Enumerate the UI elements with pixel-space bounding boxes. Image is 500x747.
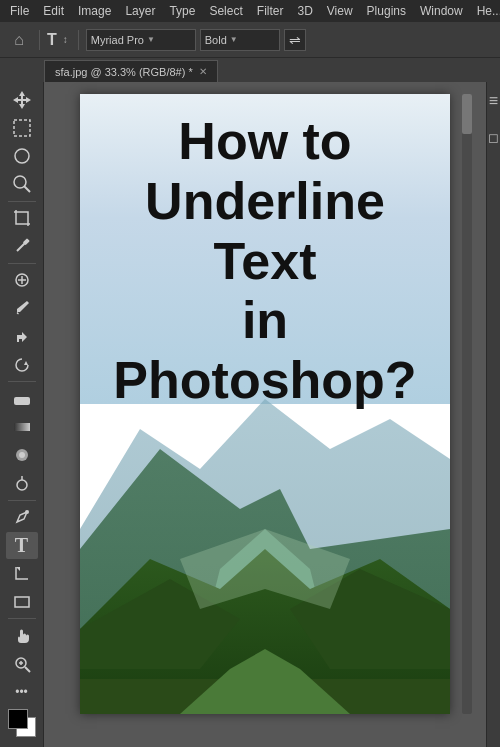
photoshop-canvas: How to Underline Text in Photoshop?	[80, 94, 450, 714]
canvas-text: How to Underline Text in Photoshop?	[80, 112, 450, 411]
healing-brush-tool[interactable]	[6, 267, 38, 294]
font-family-arrow: ▼	[147, 35, 155, 44]
canvas-scrollbar-thumb[interactable]	[462, 94, 472, 134]
brush-tool[interactable]	[6, 295, 38, 322]
svg-point-16	[25, 510, 29, 514]
tool-separator-3	[8, 381, 36, 382]
tab-close-button[interactable]: ✕	[199, 66, 207, 77]
blur-tool[interactable]	[6, 441, 38, 468]
font-style-dropdown[interactable]: Bold ▼	[200, 29, 280, 51]
rotate-text-button[interactable]: ⇌	[284, 29, 306, 51]
svg-point-2	[15, 149, 29, 163]
rectangle-tool[interactable]	[6, 588, 38, 615]
home-button[interactable]: ⌂	[6, 27, 32, 53]
zoom-tool[interactable]	[6, 650, 38, 677]
type-tool-icon: T	[15, 534, 28, 557]
quick-selection-tool[interactable]	[6, 170, 38, 197]
canvas-area: How to Underline Text in Photoshop?	[44, 82, 486, 747]
menu-plugins[interactable]: Plugins	[361, 2, 412, 20]
foreground-color-swatch[interactable]	[8, 709, 28, 729]
lasso-tool[interactable]	[6, 142, 38, 169]
menu-image[interactable]: Image	[72, 2, 117, 20]
svg-line-20	[25, 667, 30, 672]
tool-separator-1	[8, 201, 36, 202]
panel-expand-icon[interactable]: ≡	[487, 86, 501, 116]
dodge-tool[interactable]	[6, 470, 38, 497]
divider2	[78, 30, 79, 50]
font-style-value: Bold	[205, 34, 227, 46]
text-tool-options-icon: T	[47, 31, 57, 49]
svg-point-14	[17, 480, 27, 490]
tool-separator-2	[8, 263, 36, 264]
path-selection-tool[interactable]	[6, 560, 38, 587]
color-swatches	[4, 707, 40, 738]
document-tab[interactable]: sfa.jpg @ 33.3% (RGB/8#) * ✕	[44, 60, 218, 82]
menu-window[interactable]: Window	[414, 2, 469, 20]
canvas-scrollbar[interactable]	[462, 94, 472, 714]
pen-tool[interactable]	[6, 504, 38, 531]
menu-filter[interactable]: Filter	[251, 2, 290, 20]
right-icons-panel: ≡ ◻	[486, 82, 500, 747]
menu-layer[interactable]: Layer	[119, 2, 161, 20]
svg-rect-18	[15, 597, 29, 607]
menu-file[interactable]: File	[4, 2, 35, 20]
type-tool[interactable]: T	[6, 532, 38, 559]
gradient-tool[interactable]	[6, 413, 38, 440]
panel-icon-2[interactable]: ◻	[487, 122, 501, 152]
menu-select[interactable]: Select	[203, 2, 248, 20]
text-orientation-icon[interactable]: ↕	[63, 34, 68, 45]
menu-view[interactable]: View	[321, 2, 359, 20]
tool-separator-4	[8, 500, 36, 501]
svg-rect-11	[14, 423, 30, 431]
menu-edit[interactable]: Edit	[37, 2, 70, 20]
font-style-arrow: ▼	[230, 35, 238, 44]
title-line-3: in Photoshop?	[100, 291, 430, 411]
menu-type[interactable]: Type	[163, 2, 201, 20]
svg-rect-1	[14, 120, 30, 136]
eyedropper-tool[interactable]	[6, 233, 38, 260]
menu-bar: File Edit Image Layer Type Select Filter…	[0, 0, 500, 22]
move-tool[interactable]	[6, 86, 38, 113]
title-line-1: How to	[100, 112, 430, 172]
svg-point-13	[19, 452, 25, 458]
hand-tool[interactable]	[6, 622, 38, 649]
eraser-tool[interactable]	[6, 385, 38, 412]
svg-marker-0	[13, 91, 31, 109]
svg-rect-10	[14, 397, 30, 405]
font-family-dropdown[interactable]: Myriad Pro ▼	[86, 29, 196, 51]
crop-tool[interactable]	[6, 204, 38, 231]
history-brush-tool[interactable]	[6, 351, 38, 378]
menu-3d[interactable]: 3D	[291, 2, 318, 20]
title-line-2: Underline Text	[100, 172, 430, 292]
left-toolbar: T •••	[0, 82, 44, 747]
options-bar: ⌂ T ↕ Myriad Pro ▼ Bold ▼ ⇌	[0, 22, 500, 58]
svg-line-4	[24, 186, 30, 192]
marquee-tool[interactable]	[6, 114, 38, 141]
tool-separator-5	[8, 618, 36, 619]
menu-help[interactable]: He...	[471, 2, 500, 20]
clone-stamp-tool[interactable]	[6, 323, 38, 350]
tab-label: sfa.jpg @ 33.3% (RGB/8#) *	[55, 66, 193, 78]
extra-tools-button[interactable]: •••	[6, 678, 38, 705]
font-family-value: Myriad Pro	[91, 34, 144, 46]
divider	[39, 30, 40, 50]
main-layout: T •••	[0, 82, 500, 747]
tab-bar: sfa.jpg @ 33.3% (RGB/8#) * ✕	[0, 58, 500, 82]
